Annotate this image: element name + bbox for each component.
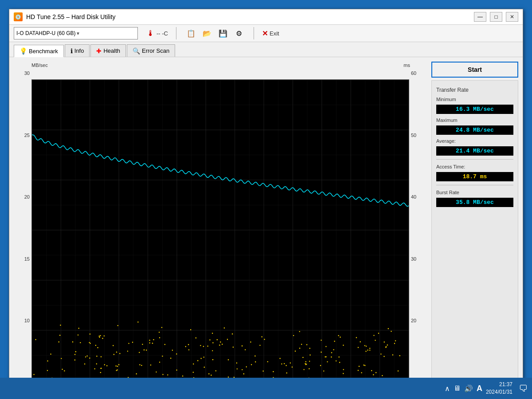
app-icon: 💿 — [14, 12, 23, 21]
taskbar-clock: 21:37 2024/01/31 — [486, 381, 512, 396]
exit-x-icon: ✕ — [262, 29, 268, 38]
taskbar: ∧ 🖥 🔊 A 21:37 2024/01/31 🗨 — [0, 378, 532, 399]
window-controls: — □ ✕ — [474, 12, 518, 22]
exit-label: Exit — [270, 30, 279, 37]
taskbar-date-value: 2024/01/31 — [486, 388, 512, 396]
tab-error-scan-label: Error Scan — [142, 47, 169, 54]
y-right-axis-label: ms — [403, 63, 410, 68]
tab-health-label: Health — [103, 47, 120, 54]
temperature-display: 🌡 -- -C — [147, 29, 168, 38]
paste-icon[interactable]: 📂 — [200, 27, 214, 39]
taskbar-volume-icon: 🔊 — [464, 384, 473, 393]
average-label: Average: — [436, 138, 513, 144]
title-left: 💿 HD Tune 2.55 – Hard Disk Utility — [14, 12, 116, 21]
main-window: 💿 HD Tune 2.55 – Hard Disk Utility — □ ✕… — [9, 9, 523, 381]
thermometer-icon: 🌡 — [147, 29, 155, 38]
tab-error-scan[interactable]: 🔍 Error Scan — [127, 44, 175, 57]
content-area: MB/sec ms 30 25 20 15 10 5 60 50 40 30 2… — [9, 57, 523, 394]
tab-health[interactable]: ✚ Health — [90, 44, 126, 57]
drive-name: I-O DATAHDP-U (60 GB) — [16, 30, 76, 36]
y-left-axis-label: MB/sec — [31, 63, 48, 68]
right-panel: Start Transfer Rate Minimum 16.3 MB/sec … — [431, 62, 518, 390]
dropdown-arrow-icon: ▼ — [76, 31, 135, 36]
save-icon[interactable]: 💾 — [216, 27, 230, 39]
burst-rate-value: 35.8 MB/sec — [436, 198, 513, 207]
tab-info-label: Info — [74, 47, 84, 54]
burst-rate-label: Burst Rate — [436, 190, 513, 195]
taskbar-display-icon: 🖥 — [454, 384, 461, 392]
y-left-axis: 30 25 20 15 10 5 — [16, 70, 30, 385]
maximum-label: Maximum — [436, 117, 513, 123]
toolbar-separator-2 — [254, 27, 254, 39]
average-value: 21.4 MB/sec — [436, 146, 513, 156]
taskbar-chevron-icon: ∧ — [445, 384, 450, 393]
y-right-axis: 60 50 40 30 20 10 — [411, 70, 425, 385]
exit-button[interactable]: ✕ Exit — [262, 29, 279, 38]
window-title: HD Tune 2.55 – Hard Disk Utility — [26, 13, 116, 20]
benchmark-chart — [31, 79, 409, 381]
drive-selector[interactable]: I-O DATAHDP-U (60 GB) ▼ — [14, 27, 138, 39]
benchmark-icon: 💡 — [20, 47, 27, 55]
stat-divider-2 — [436, 185, 513, 185]
start-button[interactable]: Start — [431, 62, 518, 78]
minimize-button[interactable]: — — [474, 12, 486, 22]
notification-icon[interactable]: 🗨 — [519, 383, 528, 394]
taskbar-time-value: 21:37 — [486, 381, 512, 388]
minimum-value: 16.3 MB/sec — [436, 105, 513, 114]
maximize-button[interactable]: □ — [490, 12, 502, 22]
taskbar-system-icons: ∧ 🖥 🔊 A — [445, 384, 482, 393]
minimum-label: Minimum — [436, 97, 513, 102]
toolbar: I-O DATAHDP-U (60 GB) ▼ 🌡 -- -C 📋 📂 💾 ⚙ … — [9, 25, 523, 42]
maximum-value: 24.8 MB/sec — [436, 125, 513, 135]
stat-divider-1 — [436, 159, 513, 160]
tab-info[interactable]: ℹ Info — [65, 44, 90, 57]
chart-section: MB/sec ms 30 25 20 15 10 5 60 50 40 30 2… — [14, 62, 427, 390]
tab-bar: 💡 Benchmark ℹ Info ✚ Health 🔍 Error Scan — [9, 42, 523, 57]
temperature-value: -- -C — [156, 30, 168, 37]
copy-icon[interactable]: 📋 — [184, 27, 198, 39]
toolbar-separator — [176, 27, 176, 39]
stats-panel: Transfer Rate Minimum 16.3 MB/sec Maximu… — [431, 80, 518, 390]
toolbar-icons: 📋 📂 💾 ⚙ — [184, 27, 246, 39]
title-bar: 💿 HD Tune 2.55 – Hard Disk Utility — □ ✕ — [9, 9, 523, 25]
tab-benchmark[interactable]: 💡 Benchmark — [14, 45, 64, 57]
access-time-value: 18.7 ms — [436, 172, 513, 181]
info-icon: ℹ — [70, 47, 73, 55]
access-time-label: Access Time: — [436, 164, 513, 169]
health-icon: ✚ — [96, 47, 102, 55]
transfer-rate-label: Transfer Rate — [436, 87, 513, 93]
taskbar-keyboard-icon: A — [477, 384, 482, 393]
error-scan-icon: 🔍 — [133, 47, 140, 55]
tab-benchmark-label: Benchmark — [29, 48, 58, 55]
settings-icon[interactable]: ⚙ — [232, 27, 246, 39]
close-button[interactable]: ✕ — [506, 12, 518, 22]
